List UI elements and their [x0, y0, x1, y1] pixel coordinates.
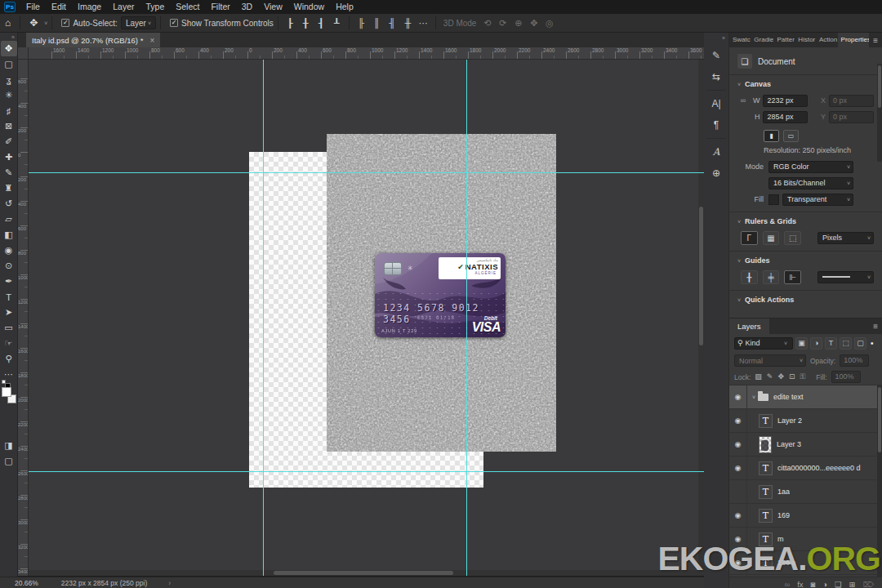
lock-pixels-icon[interactable]: ✎: [767, 372, 773, 381]
history-brush-tool[interactable]: ↺: [1, 196, 17, 212]
hand-tool[interactable]: ☞: [1, 336, 17, 351]
vertical-ruler[interactable]: 6004002000200400600800100012001400160018…: [18, 60, 29, 576]
guide-vertical[interactable]: [263, 60, 264, 576]
more-options-icon[interactable]: ⋯: [416, 16, 430, 30]
visibility-toggle-icon[interactable]: ◉: [729, 575, 747, 577]
panel-menu-icon[interactable]: ≡: [869, 322, 882, 331]
tab-action[interactable]: Action: [816, 33, 838, 47]
screen-mode-icon[interactable]: ▢: [1, 453, 17, 469]
ruler-corner-icon[interactable]: Γ: [741, 231, 758, 245]
menu-window[interactable]: Window: [288, 0, 330, 14]
ruler-corner[interactable]: [18, 47, 29, 60]
layer-row[interactable]: ◉Layer 3: [729, 433, 882, 457]
canvas-viewport[interactable]: ✳ بنك ناتيكسيس ✔ NATIXIS ALGÉRIE 1234 56…: [29, 60, 704, 576]
menu-type[interactable]: Type: [140, 0, 170, 14]
lasso-tool[interactable]: ʓ: [1, 72, 17, 87]
libraries-panel-icon[interactable]: ⊕: [706, 163, 726, 183]
layer-row[interactable]: ◉T126 a: [729, 551, 882, 575]
layer-row[interactable]: T1aa: [729, 480, 882, 504]
visibility-toggle-icon[interactable]: ◉: [729, 409, 747, 433]
bit-depth-select[interactable]: 16 Bits/Channel ˅: [768, 177, 853, 189]
chevron-down-icon[interactable]: ˅: [44, 20, 47, 26]
landscape-orientation-button[interactable]: ▭: [783, 130, 799, 142]
healing-brush-tool[interactable]: ✚: [1, 149, 17, 165]
blur-tool[interactable]: ◉: [1, 243, 17, 258]
lock-all-icon[interactable]: ⚿: [800, 372, 805, 381]
tab-gradie[interactable]: Gradie: [751, 33, 773, 47]
visibility-toggle-icon[interactable]: ◉: [729, 551, 747, 575]
tab-histor[interactable]: Histor: [795, 33, 816, 47]
align-left-edges-icon[interactable]: ┠: [283, 16, 297, 30]
collapse-tools-icon[interactable]: »: [0, 33, 17, 41]
brush-settings-icon[interactable]: ✎: [706, 46, 726, 65]
visibility-toggle-icon[interactable]: ◉: [729, 457, 747, 480]
fill-swatch[interactable]: [768, 194, 779, 205]
adjustment-layer-icon[interactable]: ◑: [822, 580, 827, 588]
pen-tool[interactable]: ✒: [1, 274, 17, 289]
guide-horizontal[interactable]: [29, 471, 704, 472]
guides-lock-icon[interactable]: ⊩: [784, 270, 801, 284]
character-panel-icon[interactable]: A|: [706, 94, 726, 114]
status-arrow-icon[interactable]: ›: [168, 579, 171, 587]
move-tool[interactable]: ✥: [1, 41, 17, 56]
fill-select[interactable]: Transparent ˅: [782, 194, 853, 206]
visibility-toggle-icon[interactable]: ◉: [729, 528, 747, 551]
type-layer-thumbnail[interactable]: T: [759, 556, 773, 570]
close-icon[interactable]: ×: [149, 36, 154, 45]
shape-tool[interactable]: ▭: [1, 320, 17, 336]
eyedropper-tool[interactable]: ✐: [1, 134, 17, 149]
type-layer-thumbnail[interactable]: T: [759, 509, 773, 523]
menu-view[interactable]: View: [258, 0, 288, 14]
menu-image[interactable]: Image: [72, 0, 107, 14]
marquee-tool[interactable]: ▢: [1, 56, 17, 72]
lock-position-icon[interactable]: ✥: [777, 372, 784, 381]
brush-tool[interactable]: ✎: [1, 165, 17, 180]
auto-select-checkbox[interactable]: ✓: [61, 19, 69, 27]
document-tab[interactable]: Italy id.psd @ 20.7% (RGB/16) * ×: [26, 33, 160, 47]
menu-select[interactable]: Select: [170, 0, 205, 14]
grid-icon[interactable]: ▦: [763, 231, 780, 245]
menu-3d[interactable]: 3D: [236, 0, 258, 14]
paragraph-panel-icon[interactable]: ¶: [706, 115, 726, 135]
show-transform-controls-checkbox[interactable]: ✓: [170, 19, 178, 27]
tab-layers[interactable]: Layers: [729, 318, 769, 334]
properties-scrollbar[interactable]: [877, 64, 882, 162]
filter-pixel-layers-icon[interactable]: ▣: [795, 337, 808, 350]
panel-menu-icon[interactable]: ≡: [869, 36, 882, 45]
filter-type-layers-icon[interactable]: T: [825, 337, 837, 350]
height-field[interactable]: 2854 px: [763, 111, 808, 123]
quick-mask-icon[interactable]: ◨: [1, 438, 17, 453]
layers-scrollbar[interactable]: [877, 385, 882, 577]
default-colors-icon[interactable]: [2, 380, 6, 384]
quick-selection-tool[interactable]: ✳: [1, 87, 17, 103]
camera-3d-icon[interactable]: ◎: [542, 16, 556, 30]
brush-presets-icon[interactable]: ⇆: [706, 67, 726, 87]
color-mode-select[interactable]: RGB Color ˅: [768, 161, 853, 173]
frame-tool[interactable]: ⊠: [1, 118, 17, 134]
filter-smart-objects-icon[interactable]: ▢: [854, 337, 866, 350]
home-icon[interactable]: ⌂: [0, 17, 16, 29]
lock-artboard-icon[interactable]: ⊡: [789, 372, 795, 381]
menu-edit[interactable]: Edit: [46, 0, 72, 14]
orbit-3d-icon[interactable]: ⟲: [480, 16, 494, 30]
crop-tool[interactable]: ♯: [1, 103, 17, 118]
visibility-toggle-icon[interactable]: ◉: [729, 504, 747, 528]
width-field[interactable]: 2232 px: [763, 95, 808, 107]
clone-stamp-tool[interactable]: ♜: [1, 180, 17, 196]
link-dimensions-icon[interactable]: ∞: [737, 96, 749, 105]
filter-adjustment-layers-icon[interactable]: ◑: [810, 337, 822, 350]
horizontal-scrollbar[interactable]: [29, 570, 698, 576]
drag-3d-icon[interactable]: ⊕: [511, 16, 525, 30]
tab-patter[interactable]: Patter: [773, 33, 795, 47]
dodge-tool[interactable]: ⊙: [1, 258, 17, 274]
chevron-down-icon[interactable]: ˅: [737, 297, 741, 303]
layer-filter-kind-select[interactable]: ⚲ Kind ˅: [734, 337, 793, 350]
ruler-units-select[interactable]: Pixels˅: [817, 232, 874, 244]
guides-spacing-icon[interactable]: ╪: [763, 270, 780, 284]
grid-subdivisions-icon[interactable]: ⬚: [784, 231, 801, 245]
visibility-toggle-icon[interactable]: ◉: [729, 385, 747, 409]
filter-toggle-icon[interactable]: •: [871, 339, 874, 348]
guide-vertical[interactable]: [466, 60, 467, 576]
chevron-down-icon[interactable]: ˅: [737, 219, 741, 225]
distribute-left-icon[interactable]: ╟: [354, 16, 368, 30]
